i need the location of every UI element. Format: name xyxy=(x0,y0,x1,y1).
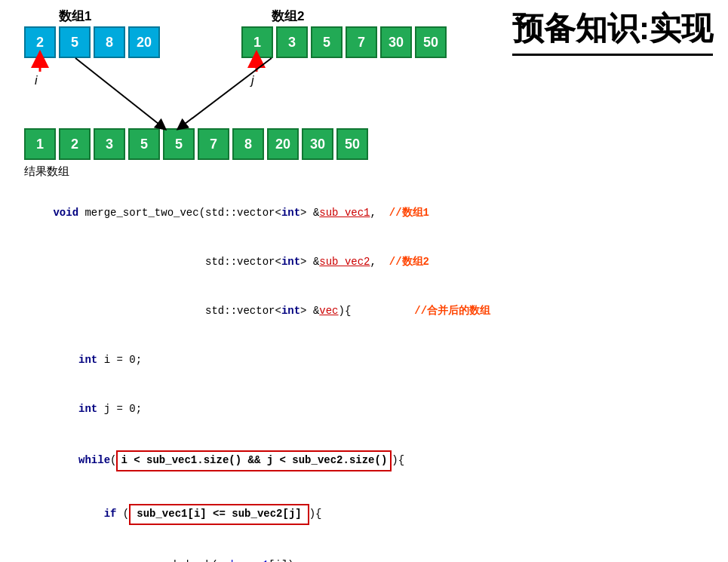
group1-cell: 5 xyxy=(59,26,91,58)
result-cell: 50 xyxy=(336,128,368,160)
result-label: 结果数组 xyxy=(24,164,69,179)
result-cell: 3 xyxy=(94,128,125,160)
group1-cell: 20 xyxy=(128,26,160,58)
code-section: void merge_sort_two_vec(std::vector<int>… xyxy=(15,189,713,562)
main-container: 预备知识:实现 数组1 数组2 25820 13573050 123557820… xyxy=(0,0,728,562)
code-line-2: std::vector<int> &sub_vec2, //数组2 xyxy=(15,238,713,287)
group2-cell: 50 xyxy=(415,26,447,58)
group2-cell: 30 xyxy=(380,26,412,58)
group1-label: 数组1 xyxy=(59,8,91,25)
result-cell: 5 xyxy=(163,128,195,160)
result-cell: 20 xyxy=(267,128,299,160)
svg-text:i: i xyxy=(35,74,38,87)
code-line-5: int j = 0; xyxy=(15,385,713,434)
svg-line-5 xyxy=(181,58,272,127)
code-line-3: std::vector<int> &vec){ //合并后的数组 xyxy=(15,287,713,336)
group2-cell: 1 xyxy=(241,26,273,58)
result-cell: 2 xyxy=(59,128,91,160)
code-line-6: while(i < sub_vec1.size() && j < sub_vec… xyxy=(15,434,713,487)
code-line-1: void merge_sort_two_vec(std::vector<int>… xyxy=(15,189,713,238)
result-cell: 7 xyxy=(198,128,229,160)
result-cell: 30 xyxy=(302,128,333,160)
group2-cell: 7 xyxy=(346,26,377,58)
svg-text:j: j xyxy=(250,74,254,87)
visualization-area: 数组1 数组2 25820 13573050 1235578203050 结果数… xyxy=(15,8,728,174)
svg-line-4 xyxy=(75,58,162,127)
group2-cells: 13573050 xyxy=(241,26,447,58)
group1-cell: 8 xyxy=(94,26,125,58)
code-line-8: vec.push_back(sub_vec1[i]); xyxy=(15,541,713,562)
result-cells: 1235578203050 xyxy=(24,128,368,160)
result-cell: 1 xyxy=(24,128,56,160)
result-cell: 8 xyxy=(232,128,264,160)
group1-cells: 25820 xyxy=(24,26,160,58)
group2-cell: 5 xyxy=(311,26,342,58)
group2-cell: 3 xyxy=(276,26,308,58)
result-cell: 5 xyxy=(128,128,160,160)
code-line-7: if (sub_vec1[i] <= sub_vec2[j]){ xyxy=(15,487,713,541)
group1-cell: 2 xyxy=(24,26,56,58)
group2-label: 数组2 xyxy=(272,8,304,25)
code-line-4: int i = 0; xyxy=(15,336,713,385)
